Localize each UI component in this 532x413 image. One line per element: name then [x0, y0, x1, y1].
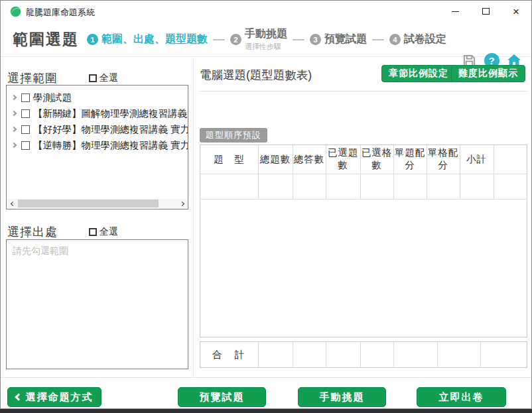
step-4-circle: 4 [389, 34, 401, 45]
range-panel-title: 選擇範圍 [7, 70, 58, 86]
tree-item-checkbox[interactable] [21, 109, 30, 118]
expand-chevron-icon[interactable] [11, 127, 17, 132]
minimize-button[interactable] [440, 1, 470, 22]
range-select-all[interactable]: 全選 [89, 72, 118, 84]
titlebar: 龍騰題庫命題系統 × [1, 1, 531, 22]
source-list[interactable]: 請先勾選範圍 [6, 239, 188, 369]
step-2-circle: 2 [230, 34, 241, 45]
panel-header-divider [200, 91, 527, 91]
range-tree: 學測試題 【新關鍵】圖解物理學測總複習講義 實力評量 【好好學】物理學測總複習講… [6, 85, 188, 209]
step-3-label: 預覽試題 [324, 32, 367, 46]
step-4-label: 試卷設定 [404, 32, 446, 46]
source-list-placeholder: 請先勾選範圍 [13, 245, 68, 257]
expand-chevron-icon[interactable] [11, 111, 17, 116]
tree-item-1[interactable]: 【新關鍵】圖解物理學測總複習講義 實力評量 [7, 105, 188, 121]
step-1-label: 範圍、出處、題型題數 [101, 32, 208, 46]
step-dash [293, 39, 304, 40]
question-type-table: 題 型 總題數 總答數 已選題數 已選格數 單題配分 單格配分 小計 [200, 145, 527, 337]
expand-chevron-icon[interactable] [11, 143, 17, 148]
col-question-type: 題 型 [200, 145, 258, 174]
app-window: 龍騰題庫命題系統 × 範圍選題 1 範圍、出處、題型題數 2 手動挑題 選擇性步… [0, 0, 532, 409]
step-2-label: 手動挑題 [245, 27, 287, 41]
minimize-icon [452, 11, 459, 12]
back-to-method-button[interactable]: 選擇命題方式 [7, 387, 101, 407]
generate-paper-button[interactable]: 立即出卷 [417, 387, 506, 407]
scroll-left-icon [10, 201, 15, 206]
stepper: 1 範圍、出處、題型題數 2 手動挑題 選擇性步驟 3 預覽試題 4 試卷設定 [87, 22, 446, 57]
source-select-all-label: 全選 [100, 226, 118, 238]
tree-item-label: 【新關鍵】圖解物理學測總複習講義 實力評量 [33, 107, 188, 120]
totals-row: 合 計 [200, 341, 527, 368]
source-select-all-checkbox[interactable] [89, 228, 97, 236]
maximize-button[interactable] [470, 1, 501, 22]
step-1-circle: 1 [87, 34, 98, 45]
panel-divider [193, 58, 194, 377]
back-button-label: 選擇命題方式 [26, 391, 94, 404]
col-selected-cells: 已選格數 [360, 145, 393, 174]
step-3-preview[interactable]: 3 預覽試題 [310, 32, 367, 46]
scroll-left-button[interactable] [7, 199, 18, 208]
col-extra [494, 145, 527, 174]
step-4-paper-settings[interactable]: 4 試卷設定 [389, 32, 446, 46]
close-button[interactable]: × [501, 1, 531, 22]
manual-pick-button[interactable]: 手動挑題 [298, 387, 386, 407]
tree-item-checkbox[interactable] [21, 141, 30, 150]
col-total-answers: 總答數 [293, 145, 326, 174]
chapter-ratio-button[interactable]: 章節比例設定 [381, 65, 456, 82]
difficulty-ratio-button[interactable]: 難度比例顯示 [451, 65, 525, 82]
window-title: 龍騰題庫命題系統 [26, 7, 95, 19]
header: 範圍選題 1 範圍、出處、題型題數 2 手動挑題 選擇性步驟 3 預覽試題 4 [1, 22, 531, 57]
col-subtotal: 小計 [460, 145, 494, 174]
col-total-questions: 總題數 [258, 145, 293, 174]
tree-item-checkbox[interactable] [21, 125, 30, 134]
scroll-right-icon [179, 201, 184, 206]
preview-questions-button[interactable]: 預覽試題 [178, 387, 266, 407]
range-select-all-label: 全選 [100, 72, 118, 84]
col-points-per-cell: 單格配分 [427, 145, 460, 174]
tree-item-label: 學測試題 [33, 91, 72, 104]
tree-item-0[interactable]: 學測試題 [7, 89, 188, 105]
source-select-all[interactable]: 全選 [89, 226, 118, 238]
app-logo-icon [10, 6, 21, 17]
tree-item-2[interactable]: 【好好學】物理學測總複習講義 實力評量 [7, 121, 188, 137]
step-dash [213, 39, 225, 40]
step-2-sublabel: 選擇性步驟 [245, 42, 287, 52]
source-panel-title: 選擇出處 [7, 224, 58, 240]
step-3-circle: 3 [310, 34, 321, 45]
table-row [200, 174, 527, 199]
col-selected-questions: 已選題數 [326, 145, 360, 174]
range-select-all-checkbox[interactable] [89, 74, 97, 82]
tree-item-label: 【逆轉勝】物理學測總複習講義 實力評量 [33, 139, 188, 152]
question-order-preset-badge[interactable]: 題型順序預設 [200, 128, 267, 143]
bottom-action-bar: 選擇命題方式 預覽試題 手動挑題 立即出卷 [1, 377, 531, 409]
horizontal-scrollbar[interactable] [7, 199, 187, 208]
tree-item-3[interactable]: 【逆轉勝】物理學測總複習講義 實力評量 [7, 137, 188, 153]
scrollbar-thumb[interactable] [18, 200, 159, 207]
scroll-right-button[interactable] [176, 199, 187, 208]
page-title: 範圍選題 [13, 29, 79, 50]
table-header-row: 題 型 總題數 總答數 已選題數 已選格數 單題配分 單格配分 小計 [200, 145, 527, 174]
computer-panel-title: 電腦選題(題型題數表) [200, 67, 312, 83]
step-2-manual-pick[interactable]: 2 手動挑題 選擇性步驟 [230, 27, 287, 52]
close-icon: × [513, 6, 519, 17]
background-window-strip [0, 409, 532, 413]
tree-item-checkbox[interactable] [21, 93, 30, 102]
col-points-per-question: 單題配分 [393, 145, 427, 174]
maximize-icon [482, 8, 490, 15]
window-controls: × [440, 1, 531, 22]
step-1-range[interactable]: 1 範圍、出處、題型題數 [87, 32, 208, 46]
back-chevron-icon [15, 393, 22, 400]
expand-chevron-icon[interactable] [11, 95, 17, 100]
tree-item-label: 【好好學】物理學測總複習講義 實力評量 [33, 123, 188, 136]
step-dash [372, 39, 384, 40]
totals-label: 合 計 [200, 342, 258, 367]
